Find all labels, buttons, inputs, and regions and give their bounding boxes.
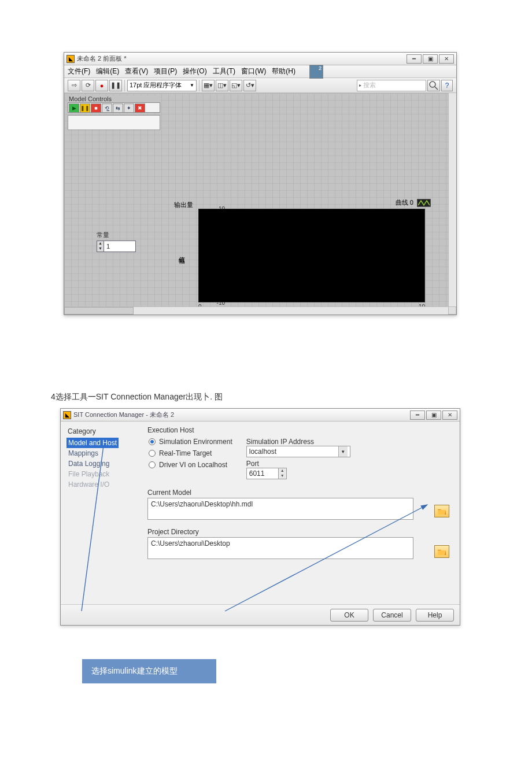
menu-window[interactable]: 窗口(W) — [241, 66, 266, 76]
search-input[interactable]: ▸ 搜索 — [357, 80, 426, 91]
model-run-button[interactable]: ▶ — [69, 103, 79, 113]
vi-icon[interactable]: 2 — [309, 65, 323, 79]
menu-view[interactable]: 查看(V) — [125, 66, 148, 76]
category-data-logging[interactable]: Data Logging — [66, 460, 111, 468]
help-button[interactable]: Help — [416, 609, 454, 622]
labview-front-panel-window: ◣ 未命名 2 前面板 * ━ ▣ ✕ 文件(F) 编辑(E) 查看(V) 项目… — [64, 52, 457, 315]
current-model-label: Current Model — [147, 489, 453, 497]
menu-tools[interactable]: 工具(T) — [213, 66, 235, 76]
execution-host-label: Execution Host — [147, 426, 453, 434]
radio-real-time-target[interactable]: Real-Time Target — [149, 449, 232, 457]
model-config-button[interactable]: ✦ — [124, 103, 134, 113]
pause-button[interactable]: ❚❚ — [109, 80, 122, 91]
constant-input[interactable]: 1 — [104, 241, 136, 252]
front-panel-canvas[interactable]: Model Controls ▶ ❚❚ ■ ⟲̲ ⇆ ✦ ✖ 常量 ▲▼ 1 — [64, 93, 456, 306]
vertical-scrollbar[interactable] — [448, 93, 456, 306]
cancel-button[interactable]: Cancel — [373, 609, 411, 622]
port-spinner[interactable]: ▲▼ — [279, 468, 287, 479]
svg-line-1 — [435, 87, 438, 90]
port-input[interactable]: 6011 — [246, 468, 279, 479]
category-file-playback: File Playback — [66, 470, 111, 478]
plot-legend[interactable]: 曲线 0 — [396, 198, 431, 207]
labview-titlebar[interactable]: ◣ 未命名 2 前面板 * ━ ▣ ✕ — [64, 53, 456, 65]
waveform-graph[interactable] — [198, 209, 425, 302]
folder-icon — [438, 549, 446, 555]
menu-project[interactable]: 项目(P) — [154, 66, 177, 76]
maximize-button[interactable]: ▣ — [426, 411, 441, 420]
radio-simulation-environment[interactable]: Simulation Environment — [149, 438, 232, 446]
radio-icon — [149, 438, 156, 445]
font-dropdown[interactable]: 17pt 应用程序字体▼ — [127, 80, 197, 91]
menu-edit[interactable]: 编辑(E) — [96, 66, 119, 76]
menu-file[interactable]: 文件(F) — [68, 66, 90, 76]
abort-button[interactable]: ● — [95, 80, 108, 91]
category-mappings[interactable]: Mappings — [66, 449, 100, 457]
window-title: 未命名 2 前面板 * — [77, 54, 127, 63]
constant-control: 常量 ▲▼ 1 — [97, 231, 136, 252]
model-sync-button[interactable]: ⇆ — [113, 103, 123, 113]
constant-spinner[interactable]: ▲▼ — [97, 241, 104, 252]
maximize-button[interactable]: ▣ — [423, 54, 438, 64]
ok-button[interactable]: OK — [330, 609, 368, 622]
sit-titlebar[interactable]: ◣ SIT Connection Manager - 未命名 2 ━ ▣ ✕ — [61, 409, 460, 421]
model-stop-button[interactable]: ■ — [91, 103, 101, 113]
scrollbar-corner — [448, 306, 456, 315]
sim-ip-input[interactable]: localhost ▼ — [246, 446, 350, 457]
menu-help[interactable]: 帮助(H) — [272, 66, 295, 76]
model-controls-panel: Model Controls ▶ ❚❚ ■ ⟲̲ ⇆ ✦ ✖ — [68, 95, 160, 130]
output-label: 输出量 — [174, 201, 193, 209]
current-model-path-input[interactable]: C:\Users\zhaorui\Desktop\hh.mdl — [147, 498, 413, 520]
align-button[interactable]: ▦▾ — [202, 80, 215, 91]
labview-app-icon: ◣ — [66, 55, 75, 63]
dropdown-icon: ▼ — [190, 83, 194, 88]
close-button[interactable]: ✕ — [439, 54, 454, 64]
radio-driver-vi-localhost[interactable]: Driver VI on Localhost — [149, 461, 232, 469]
resize-button[interactable]: ◱▾ — [230, 80, 242, 91]
model-controls-label: Model Controls — [68, 95, 160, 102]
category-list: Model and Host Mappings Data Logging Fil… — [66, 438, 142, 490]
minimize-button[interactable]: ━ — [410, 411, 425, 420]
sim-ip-label: Simulation IP Address — [246, 438, 350, 446]
category-model-and-host[interactable]: Model and Host — [66, 438, 119, 448]
run-button[interactable]: ⇨ — [68, 80, 80, 91]
labview-toolbar: ⇨ ⟳ ● ❚❚ 17pt 应用程序字体▼ ▦▾ ◫▾ ◱▾ ↺▾ ▸ 搜索 ? — [64, 78, 456, 93]
labview-menubar: 文件(F) 编辑(E) 查看(V) 项目(P) 操作(O) 工具(T) 窗口(W… — [64, 65, 456, 78]
port-label: Port — [246, 460, 350, 468]
browse-project-button[interactable] — [434, 545, 449, 558]
run-cont-button[interactable]: ⟳ — [82, 80, 94, 91]
model-close-button[interactable]: ✖ — [135, 103, 145, 113]
minimize-button[interactable]: ━ — [407, 54, 422, 64]
browse-model-button[interactable] — [434, 505, 449, 517]
constant-label: 常量 — [97, 231, 136, 239]
step-4-caption: 4选择工具一SIT Connection Manager出现卜. 图 — [51, 392, 223, 402]
callout-select-simulink-model: 选择simulink建立的模型 — [82, 659, 216, 683]
distribute-button[interactable]: ◫▾ — [216, 80, 228, 91]
project-directory-input[interactable]: C:\Users\zhaorui\Desktop — [147, 537, 413, 559]
search-dropdown-icon: ▸ — [359, 83, 361, 88]
sit-dialog-footer: OK Cancel Help — [61, 604, 460, 625]
context-help-button[interactable]: ? — [441, 80, 453, 91]
svg-point-0 — [430, 82, 435, 87]
project-directory-label: Project Directory — [147, 528, 453, 536]
labview-app-icon: ◣ — [63, 411, 71, 419]
radio-icon — [149, 450, 156, 457]
model-pause-button[interactable]: ❚❚ — [80, 103, 90, 113]
horizontal-scrollbar[interactable] — [64, 306, 448, 315]
model-display-area — [68, 115, 160, 130]
close-button[interactable]: ✕ — [442, 411, 457, 420]
model-reset-button[interactable]: ⟲̲ — [102, 103, 112, 113]
legend-sample-icon — [417, 199, 431, 207]
reorder-button[interactable]: ↺▾ — [243, 80, 256, 91]
category-hardware-io: Hardware I/O — [66, 480, 111, 489]
menu-operate[interactable]: 操作(O) — [183, 66, 206, 76]
sit-connection-manager-window: ◣ SIT Connection Manager - 未命名 2 ━ ▣ ✕ C… — [60, 408, 460, 626]
search-icon[interactable] — [427, 80, 440, 91]
dropdown-icon: ▼ — [338, 446, 348, 457]
scrollbar-thumb[interactable] — [64, 307, 134, 315]
radio-icon — [149, 461, 156, 468]
folder-icon — [438, 508, 446, 515]
sit-window-title: SIT Connection Manager - 未命名 2 — [73, 411, 174, 419]
